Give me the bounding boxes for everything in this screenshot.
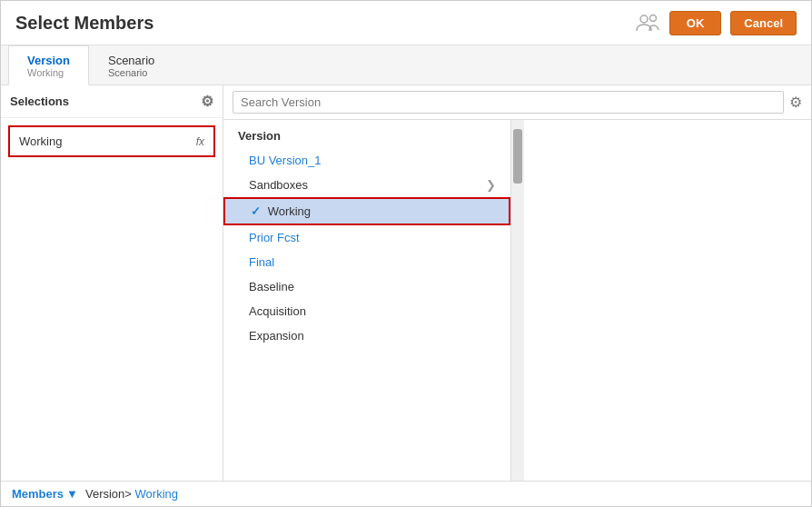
tree-item-bu-version1[interactable]: BU Version_1 [223,148,510,173]
tab-version[interactable]: Version Working [8,45,89,85]
users-icon [635,10,660,35]
tab-version-label: Version [27,54,70,67]
scrollbar-track[interactable] [511,120,524,481]
footer-bar: Members ▼ Version> Working [1,481,811,506]
breadcrumb: Version> Working [85,487,178,501]
tree-item-baseline[interactable]: Baseline [223,274,510,299]
tree-item-prior-fcst[interactable]: Prior Fcst [223,225,510,250]
tab-scenario-label: Scenario [108,54,154,67]
breadcrumb-link: Working [135,487,178,501]
search-bar: ⚙ [223,85,811,120]
left-panel: Selections ⚙ Working fx [1,85,223,481]
tree-item-version-header: Version [223,124,510,148]
search-input[interactable] [233,91,784,114]
tree-list: Version BU Version_1 Sandboxes ❯ ✓ Worki… [223,120,511,481]
search-gear-icon[interactable]: ⚙ [789,94,802,111]
right-panel: ⚙ Version BU Version_1 Sandboxes ❯ [223,85,811,481]
tree-item-acquisition[interactable]: Acquisition [223,299,510,323]
sandboxes-arrow-icon: ❯ [486,178,496,192]
scrollbar-thumb[interactable] [513,129,522,184]
members-label: Members [12,487,64,501]
tree-area: Version BU Version_1 Sandboxes ❯ ✓ Worki… [223,120,811,481]
tree-item-working[interactable]: ✓ Working [223,197,510,225]
empty-right-panel [524,120,811,481]
tab-scenario[interactable]: Scenario Scenario [89,45,173,84]
fx-icon: fx [196,135,204,148]
dialog-header: Select Members OK Cancel [1,1,811,45]
selected-item[interactable]: Working fx [8,125,215,157]
tree-item-sandboxes[interactable]: Sandboxes ❯ [223,173,510,197]
tab-version-sub: Working [27,67,70,78]
select-members-dialog: Select Members OK Cancel Version Working… [0,0,812,507]
dialog-title: Select Members [15,13,153,34]
selected-item-label: Working [19,134,62,148]
selections-header: Selections ⚙ [1,85,223,118]
members-arrow-icon: ▼ [66,487,78,501]
ok-button[interactable]: OK [669,11,722,35]
header-actions: OK Cancel [635,10,797,35]
tab-scenario-sub: Scenario [108,67,154,78]
tree-item-expansion[interactable]: Expansion [223,323,510,348]
tabs-bar: Version Working Scenario Scenario [1,45,811,85]
tree-item-final[interactable]: Final [223,250,510,274]
working-check-icon: ✓ [251,204,261,218]
members-button[interactable]: Members ▼ [12,487,78,501]
svg-point-1 [649,15,656,22]
cancel-button[interactable]: Cancel [730,11,797,35]
dialog-body: Selections ⚙ Working fx ⚙ Version [1,85,811,481]
selections-label: Selections [10,94,69,108]
selections-gear-icon[interactable]: ⚙ [201,93,213,110]
svg-point-0 [640,15,648,23]
